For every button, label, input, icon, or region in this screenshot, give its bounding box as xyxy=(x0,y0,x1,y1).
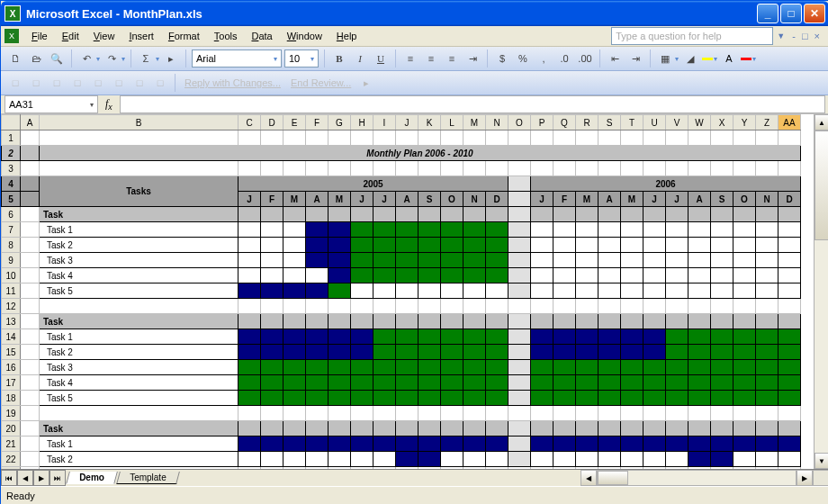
menu-insert[interactable]: Insert xyxy=(122,28,161,44)
column-header[interactable]: O xyxy=(508,115,531,130)
increase-decimal-button[interactable]: .0 xyxy=(555,50,573,68)
hscroll-thumb[interactable] xyxy=(598,471,628,485)
spreadsheet-grid[interactable]: ABCDEFGHIJKLMNOPQRSTUVWXYZAA12Monthly Pl… xyxy=(1,114,801,469)
column-header[interactable]: D xyxy=(261,115,284,130)
review-icon[interactable]: □ xyxy=(27,74,45,92)
column-header[interactable]: Y xyxy=(734,115,756,130)
menu-window[interactable]: Window xyxy=(280,28,329,44)
scroll-down-icon[interactable]: ▼ xyxy=(814,453,828,469)
undo-dropdown-icon[interactable]: ▾ xyxy=(96,55,100,63)
decrease-indent-button[interactable]: ⇤ xyxy=(606,50,624,68)
bold-button[interactable]: B xyxy=(330,50,348,68)
align-right-button[interactable]: ≡ xyxy=(443,50,461,68)
menu-view[interactable]: View xyxy=(86,28,122,44)
align-center-button[interactable]: ≡ xyxy=(422,50,440,68)
toolbar-options-icon[interactable]: ▸ xyxy=(357,74,375,92)
font-color-dropdown-icon[interactable]: ▾ xyxy=(752,55,756,63)
column-header[interactable]: F xyxy=(306,115,328,130)
column-header[interactable]: AA xyxy=(778,115,801,130)
autosum-dropdown-icon[interactable]: ▾ xyxy=(156,55,159,63)
currency-button[interactable]: $ xyxy=(493,50,511,68)
vertical-scrollbar[interactable]: ▲ ▼ xyxy=(814,114,828,469)
tab-last-icon[interactable]: ⏭ xyxy=(50,470,66,486)
row-header[interactable]: 22 xyxy=(2,452,21,467)
help-dropdown-icon[interactable]: ▼ xyxy=(773,32,788,40)
horizontal-scrollbar[interactable]: ◀ ▶ xyxy=(580,471,828,485)
name-box[interactable]: AA31▾ xyxy=(4,95,98,113)
row-header[interactable]: 13 xyxy=(2,314,21,329)
row-header[interactable]: 12 xyxy=(2,299,21,314)
borders-button[interactable]: ▦ xyxy=(656,50,674,68)
row-header[interactable]: 4 xyxy=(2,176,21,192)
review-icon[interactable]: □ xyxy=(68,74,86,92)
column-header[interactable]: J xyxy=(396,115,418,130)
column-header[interactable]: K xyxy=(418,115,441,130)
merge-center-button[interactable]: ⇥ xyxy=(464,50,482,68)
scroll-right-icon[interactable]: ▶ xyxy=(796,470,813,486)
titlebar[interactable]: X Microsoft Excel - MonthPlan.xls _ □ ✕ xyxy=(1,1,828,26)
open-button[interactable]: 🗁 xyxy=(27,50,45,68)
row-header[interactable]: 1 xyxy=(2,130,21,146)
align-left-button[interactable]: ≡ xyxy=(401,50,419,68)
menu-help[interactable]: Help xyxy=(329,28,364,44)
review-icon[interactable]: □ xyxy=(48,74,66,92)
column-header[interactable]: U xyxy=(644,115,666,130)
column-header[interactable]: Q xyxy=(554,115,576,130)
row-header[interactable]: 7 xyxy=(2,222,21,238)
menu-tools[interactable]: Tools xyxy=(207,28,245,44)
scroll-thumb[interactable] xyxy=(814,130,828,240)
font-color-button[interactable]: A xyxy=(720,50,738,68)
column-header[interactable]: S xyxy=(598,115,621,130)
row-header[interactable]: 8 xyxy=(2,238,21,253)
row-header[interactable]: 18 xyxy=(2,391,21,406)
font-selector[interactable]: Arial▾ xyxy=(192,50,282,68)
reply-changes-button[interactable]: Reply with Changes... xyxy=(181,77,284,88)
row-header[interactable]: 11 xyxy=(2,284,21,299)
column-header[interactable]: L xyxy=(441,115,464,130)
row-header[interactable]: 9 xyxy=(2,253,21,268)
print-preview-button[interactable]: 🔍 xyxy=(48,50,66,68)
row-header[interactable]: 16 xyxy=(2,360,21,375)
maximize-button[interactable]: □ xyxy=(780,4,802,23)
formula-bar[interactable] xyxy=(120,95,825,113)
column-header[interactable]: Z xyxy=(756,115,778,130)
undo-button[interactable]: ↶ xyxy=(77,50,95,68)
borders-dropdown-icon[interactable]: ▾ xyxy=(675,55,679,63)
fill-color-button[interactable]: ◢ xyxy=(681,50,699,68)
fx-icon[interactable]: fx xyxy=(98,97,120,112)
font-size-selector[interactable]: 10▾ xyxy=(284,50,319,68)
sheet-tab-template[interactable]: Template xyxy=(116,472,179,484)
row-header[interactable]: 23 xyxy=(2,467,21,470)
column-header[interactable]: C xyxy=(238,115,261,130)
row-header[interactable]: 5 xyxy=(2,192,21,207)
column-header[interactable]: B xyxy=(40,115,238,130)
menu-data[interactable]: Data xyxy=(244,28,279,44)
percent-button[interactable]: % xyxy=(514,50,532,68)
column-header[interactable]: V xyxy=(666,115,688,130)
column-header[interactable]: G xyxy=(328,115,351,130)
tab-first-icon[interactable]: ⏮ xyxy=(1,470,17,486)
column-header[interactable]: X xyxy=(711,115,734,130)
column-header[interactable]: I xyxy=(374,115,396,130)
review-icon[interactable]: □ xyxy=(6,74,24,92)
scroll-left-icon[interactable]: ◀ xyxy=(580,470,597,486)
tab-next-icon[interactable]: ▶ xyxy=(33,470,50,486)
decrease-decimal-button[interactable]: .00 xyxy=(576,50,594,68)
column-header[interactable]: P xyxy=(531,115,554,130)
row-header[interactable]: 15 xyxy=(2,345,21,360)
row-header[interactable]: 20 xyxy=(2,421,21,436)
row-header[interactable]: 10 xyxy=(2,268,21,284)
row-header[interactable]: 17 xyxy=(2,375,21,391)
toolbar-options-icon[interactable]: ▸ xyxy=(162,50,180,68)
help-search-field[interactable]: Type a question for help xyxy=(611,27,773,45)
redo-button[interactable]: ↷ xyxy=(103,50,121,68)
review-icon[interactable]: □ xyxy=(89,74,107,92)
increase-indent-button[interactable]: ⇥ xyxy=(626,50,644,68)
row-header[interactable]: 14 xyxy=(2,329,21,345)
fill-color-dropdown-icon[interactable]: ▾ xyxy=(714,55,717,63)
review-icon[interactable]: □ xyxy=(130,74,148,92)
row-header[interactable]: 2 xyxy=(2,146,21,161)
sheet-tab-demo[interactable]: Demo xyxy=(66,472,118,484)
row-header[interactable]: 6 xyxy=(2,207,21,222)
close-button[interactable]: ✕ xyxy=(804,4,825,23)
